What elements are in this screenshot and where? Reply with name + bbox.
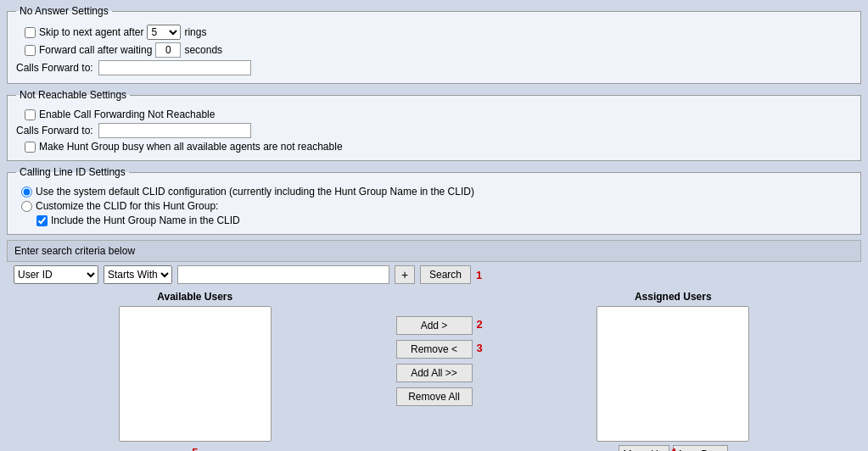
move-down-button[interactable]: Move Down	[673, 445, 728, 451]
seconds-label: seconds	[184, 44, 222, 56]
available-users-header: Available Users	[157, 291, 232, 303]
move-up-button[interactable]: Move Up	[619, 445, 669, 451]
forward-label: Forward call after waiting	[39, 44, 152, 56]
add-button[interactable]: Add >	[396, 316, 473, 335]
clid-radio-default[interactable]	[21, 187, 32, 198]
assigned-users-header: Assigned Users	[635, 291, 712, 303]
badge-1: 1	[476, 269, 482, 281]
forward-wait-input[interactable]	[155, 42, 181, 58]
cfnr-calls-forward-input[interactable]	[98, 123, 251, 138]
skip-rings-select[interactable]: 5	[147, 25, 181, 40]
user-assignment-area: Available Users 5 Add > 2 Remove < 3 Add…	[7, 287, 861, 451]
assigned-users-col: Assigned Users 4 Move Up Move Down	[485, 291, 862, 451]
user-cols: Available Users 5 Add > 2 Remove < 3 Add…	[7, 291, 861, 451]
criteria-label: Enter search criteria below	[14, 245, 135, 257]
search-criteria-bar: Enter search criteria below	[7, 240, 861, 262]
clid-label-customize: Customize the CLID for this Hunt Group:	[36, 200, 218, 212]
clid-radio-customize[interactable]	[21, 201, 32, 212]
no-answer-legend: No Answer Settings	[16, 5, 112, 17]
badge-4: 4	[670, 446, 676, 451]
skip-to-next-checkbox[interactable]	[25, 27, 36, 38]
enable-cfnr-label: Enable Call Forwarding Not Reachable	[39, 109, 215, 120]
enable-cfnr-checkbox[interactable]	[25, 109, 36, 120]
remove-all-button[interactable]: Remove All	[396, 387, 473, 406]
not-reachable-legend: Not Reachable Settings	[16, 89, 130, 101]
remove-button[interactable]: Remove <	[396, 340, 473, 359]
add-all-button[interactable]: Add All >>	[396, 364, 473, 382]
search-operator-select[interactable]: Starts With Contains Equal To	[104, 265, 172, 284]
action-buttons-col: Add > 2 Remove < 3 Add All >> Remove All	[384, 291, 485, 406]
assigned-users-list[interactable]	[596, 306, 749, 442]
available-users-col: Available Users 5	[7, 291, 384, 442]
search-button[interactable]: Search	[420, 265, 471, 284]
make-busy-checkbox[interactable]	[25, 142, 36, 153]
badge-2: 2	[477, 318, 483, 331]
calling-line-settings: Calling Line ID Settings Use the system …	[7, 166, 861, 235]
badge-5: 5	[192, 446, 198, 451]
not-reachable-settings: Not Reachable Settings Enable Call Forwa…	[7, 89, 861, 161]
available-users-list[interactable]	[119, 306, 272, 442]
include-hg-name-checkbox[interactable]	[36, 215, 48, 226]
search-row: User ID First Name Last Name Email Addre…	[7, 262, 861, 287]
forward-call-checkbox[interactable]	[25, 45, 36, 56]
badge-3: 3	[477, 342, 483, 354]
clid-label-default: Use the system default CLID configuratio…	[36, 186, 474, 198]
calls-forward-input[interactable]	[98, 60, 251, 75]
rings-label: rings	[184, 26, 206, 38]
cfnr-calls-forward-label: Calls Forward to:	[16, 125, 93, 136]
calls-forward-label: Calls Forward to:	[16, 62, 93, 74]
search-field-select[interactable]: User ID First Name Last Name Email Addre…	[14, 265, 98, 284]
skip-label: Skip to next agent after	[39, 26, 143, 38]
include-hg-name-label: Include the Hunt Group Name in the CLID	[51, 214, 240, 226]
no-answer-settings: No Answer Settings Skip to next agent af…	[7, 5, 861, 84]
search-value-input[interactable]	[177, 265, 389, 284]
calling-line-legend: Calling Line ID Settings	[16, 166, 129, 178]
make-busy-label: Make Hunt Group busy when all available …	[39, 141, 343, 153]
add-criteria-button[interactable]: +	[395, 265, 415, 284]
